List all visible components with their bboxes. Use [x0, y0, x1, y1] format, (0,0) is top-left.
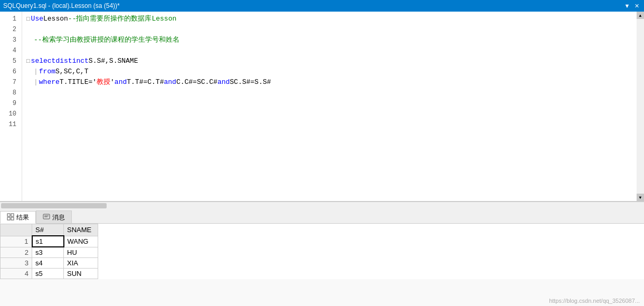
code-token: Lesson: [43, 14, 68, 24]
table-row[interactable]: 1s1WANG: [1, 236, 98, 247]
code-token: and: [217, 77, 230, 88]
code-token: select: [31, 56, 56, 66]
close-button[interactable]: ✕: [632, 2, 641, 10]
code-line: [26, 119, 644, 130]
horizontal-scrollbar[interactable]: [0, 202, 644, 209]
svg-rect-3: [11, 217, 14, 220]
results-tabs: 结果消息: [0, 209, 644, 224]
code-token: --指向需要所操作的数据库Lesson: [68, 14, 176, 24]
line-number: 2: [0, 24, 18, 35]
line-number: 8: [0, 88, 18, 98]
code-token: SC.S#=S.S#: [230, 77, 271, 88]
code-token: where: [39, 77, 60, 88]
cell-sname: WANG: [64, 236, 98, 247]
table-row[interactable]: 4s5SUN: [1, 269, 98, 279]
row-number-cell: 3: [1, 258, 32, 269]
editor-area[interactable]: 1234567891011 □Use Lesson --指向需要所操作的数据库L…: [0, 12, 644, 202]
code-line: [26, 88, 644, 98]
cell-sname: SUN: [64, 269, 98, 279]
column-header: SNAME: [64, 224, 98, 236]
row-number-cell: 2: [1, 247, 32, 258]
scroll-up-arrow[interactable]: ▲: [637, 12, 644, 19]
svg-rect-1: [11, 214, 14, 216]
tab-label: 结果: [16, 213, 29, 222]
main-container: 1234567891011 □Use Lesson --指向需要所操作的数据库L…: [0, 12, 644, 306]
code-token: and: [164, 77, 176, 88]
expand-icon[interactable]: □: [26, 56, 30, 66]
results-table-container[interactable]: S#SNAME1s1WANG2s3HU3s4XIA4s5SUN: [0, 224, 644, 279]
column-header: [1, 224, 32, 236]
code-line: | from S,SC,C,T: [26, 66, 644, 77]
continuation-bar: |: [34, 77, 38, 88]
table-row[interactable]: 2s3HU: [1, 247, 98, 258]
code-token: T.TITLE=': [60, 77, 97, 88]
code-line: [26, 45, 644, 56]
code-token: S.S#,S.SNAME: [89, 56, 138, 66]
cell-sname: HU: [64, 247, 98, 258]
line-number: 10: [0, 109, 18, 119]
code-token: Use: [31, 14, 43, 24]
pin-button[interactable]: ▼: [623, 2, 631, 10]
tab-label: 消息: [52, 213, 65, 222]
code-line: [26, 109, 644, 119]
results-area: 结果消息 S#SNAME1s1WANG2s3HU3s4XIA4s5SUN htt…: [0, 209, 644, 306]
cell-s-hash[interactable]: s3: [32, 247, 64, 258]
table-row[interactable]: 3s4XIA: [1, 258, 98, 269]
vertical-scrollbar[interactable]: ▲ ▼: [637, 12, 644, 201]
code-line: [26, 24, 644, 35]
line-number: 3: [0, 35, 18, 45]
h-scroll-thumb[interactable]: [1, 203, 107, 208]
line-number: 9: [0, 98, 18, 109]
line-number: 1: [0, 14, 18, 24]
scroll-track[interactable]: [637, 19, 644, 194]
row-number-cell: 1: [1, 236, 32, 247]
code-content[interactable]: □Use Lesson --指向需要所操作的数据库Lesson--检索学习由教授…: [22, 12, 644, 201]
code-line: [26, 98, 644, 109]
tab-results[interactable]: 结果: [0, 211, 36, 224]
cell-s-hash[interactable]: s1: [32, 236, 64, 247]
column-header: S#: [32, 224, 64, 236]
message-icon: [43, 213, 50, 222]
results-wrapper: S#SNAME1s1WANG2s3HU3s4XIA4s5SUN https://…: [0, 224, 644, 306]
line-number: 6: [0, 66, 18, 77]
code-line: □select distinct S.S#,S.SNAME: [26, 56, 644, 66]
cell-sname: XIA: [64, 258, 98, 269]
title-bar: SQLQuery1.sql - (local).Lesson (sa (54))…: [0, 0, 644, 12]
code-token: T.T#=C.T#: [127, 77, 164, 88]
scroll-down-arrow[interactable]: ▼: [637, 194, 644, 201]
code-token: and: [115, 77, 127, 88]
code-token: C.C#=SC.C#: [176, 77, 217, 88]
line-number: 4: [0, 45, 18, 56]
code-token: from: [39, 66, 55, 77]
results-table: S#SNAME1s1WANG2s3HU3s4XIA4s5SUN: [0, 224, 98, 279]
line-numbers: 1234567891011: [0, 12, 22, 201]
cell-s-hash[interactable]: s4: [32, 258, 64, 269]
row-number-cell: 4: [1, 269, 32, 279]
svg-rect-0: [7, 214, 10, 216]
line-number: 5: [0, 56, 18, 66]
expand-icon[interactable]: □: [26, 14, 30, 24]
title-bar-controls: ▼ ✕: [623, 2, 641, 10]
code-token: --检索学习由教授讲授的课程的学生学号和姓名: [34, 35, 179, 45]
code-line: | where T.TITLE='教授' and T.T#=C.T# and C…: [26, 77, 644, 88]
continuation-bar: |: [34, 66, 38, 77]
cell-s-hash[interactable]: s5: [32, 269, 64, 279]
watermark: https://blog.csdn.net/qq_3526087...: [549, 298, 640, 304]
tab-messages[interactable]: 消息: [36, 211, 72, 223]
code-token: ': [110, 77, 115, 88]
code-token: distinct: [55, 56, 88, 66]
code-token: 教授: [97, 77, 110, 88]
window-title: SQLQuery1.sql - (local).Lesson (sa (54))…: [3, 2, 120, 9]
code-line: □Use Lesson --指向需要所操作的数据库Lesson: [26, 14, 644, 24]
grid-icon: [7, 213, 14, 222]
line-number: 11: [0, 119, 18, 130]
svg-rect-2: [7, 217, 10, 220]
code-token: S,SC,C,T: [55, 66, 88, 77]
line-number: 7: [0, 77, 18, 88]
code-line: --检索学习由教授讲授的课程的学生学号和姓名: [26, 35, 644, 45]
